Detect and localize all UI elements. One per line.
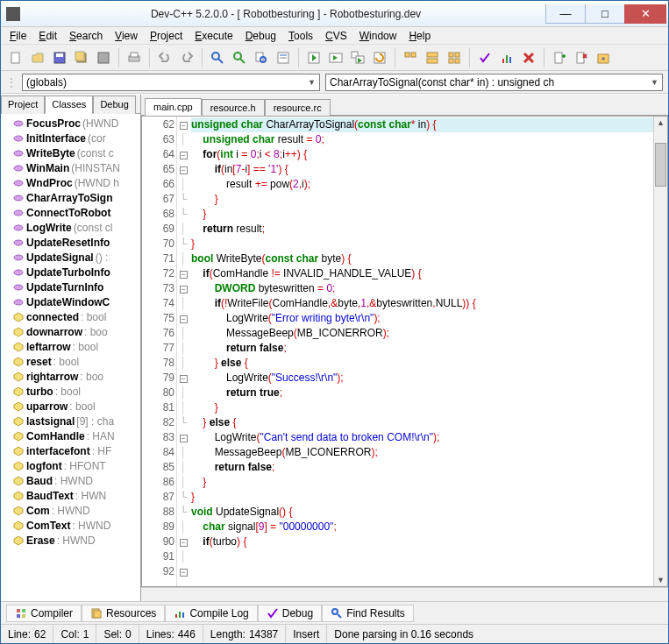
new-icon[interactable] <box>6 48 25 67</box>
menu-debug[interactable]: Debug <box>240 28 281 44</box>
doc-tab-resource-rc[interactable]: resource.rc <box>265 99 331 116</box>
menu-window[interactable]: Window <box>354 28 402 44</box>
left-tab-classes[interactable]: Classes <box>45 96 93 114</box>
fold-toggle-icon[interactable]: − <box>180 122 188 130</box>
class-item[interactable]: lastsignal [9] : cha <box>1 414 140 428</box>
combo-grip-icon[interactable]: ⋮ <box>6 76 17 88</box>
fold-toggle-icon[interactable]: − <box>180 569 188 577</box>
class-item[interactable]: BaudText : HWN <box>1 488 140 503</box>
fold-gutter[interactable]: −│−−│└└│└│−−│−│││−││└−│││└└│−│− <box>177 117 189 586</box>
class-item[interactable]: CharArrayToSign <box>1 190 140 205</box>
menu-help[interactable]: Help <box>403 28 436 44</box>
class-item[interactable]: reset : bool <box>1 354 140 369</box>
compile-run-icon[interactable] <box>348 48 367 67</box>
close-button[interactable]: ✕ <box>624 4 666 24</box>
class-item[interactable]: ComHandle : HAN <box>1 428 140 443</box>
class-item[interactable]: interfacefont : HF <box>1 443 140 458</box>
save-icon[interactable] <box>50 48 69 67</box>
class-item[interactable]: Erase : HWND <box>1 533 140 548</box>
fold-toggle-icon[interactable]: − <box>180 435 188 442</box>
menu-tools[interactable]: Tools <box>283 28 318 44</box>
bottom-tab-compile-log[interactable]: Compile Log <box>165 605 257 622</box>
scroll-thumb[interactable] <box>655 143 666 187</box>
class-item[interactable]: ConnectToRobot <box>1 205 140 220</box>
add-file-icon[interactable] <box>550 48 569 67</box>
editor-vscroll[interactable]: ▲ ▼ <box>653 117 667 586</box>
editor-hscroll[interactable] <box>141 587 668 601</box>
class-item[interactable]: turbo : bool <box>1 384 140 399</box>
left-tab-debug[interactable]: Debug <box>93 96 135 114</box>
bottom-tab-compiler[interactable]: Compiler <box>6 605 82 622</box>
class-item[interactable]: UpdateWindowC <box>1 294 140 309</box>
class-item[interactable]: UpdateTurnInfo <box>1 280 140 294</box>
undo-icon[interactable] <box>155 48 174 67</box>
fold-toggle-icon[interactable]: − <box>180 152 188 159</box>
code-editor[interactable]: 6263646566676869707172737475767778798081… <box>141 116 668 587</box>
scroll-up-icon[interactable]: ▲ <box>657 118 665 127</box>
check-icon[interactable] <box>475 48 495 67</box>
class-item[interactable]: InitInterface (cor <box>1 131 140 145</box>
scroll-down-icon[interactable]: ▼ <box>657 576 665 584</box>
run-icon[interactable] <box>326 48 345 67</box>
replace-icon[interactable] <box>230 48 249 67</box>
class-item[interactable]: WndProc (HWND h <box>1 175 140 190</box>
project-options-icon[interactable] <box>594 48 613 67</box>
class-item[interactable]: UpdateTurboInfo <box>1 265 140 280</box>
bottom-tab-resources[interactable]: Resources <box>82 605 165 622</box>
tile-horiz-icon[interactable] <box>401 48 420 67</box>
menu-file[interactable]: File <box>4 28 32 44</box>
fold-toggle-icon[interactable]: − <box>180 539 188 547</box>
class-item[interactable]: rightarrow : boo <box>1 369 140 384</box>
fold-toggle-icon[interactable]: − <box>180 375 188 383</box>
class-item[interactable]: WriteByte (const c <box>1 145 140 160</box>
code-area[interactable]: unsigned char CharArrayToSignal(const ch… <box>189 117 653 586</box>
compile-icon[interactable] <box>304 48 324 67</box>
save-all-icon[interactable] <box>72 48 91 67</box>
class-item[interactable]: WinMain (HINSTAN <box>1 160 140 175</box>
menu-search[interactable]: Search <box>64 28 108 44</box>
class-item[interactable]: leftarrow : bool <box>1 339 140 354</box>
class-item[interactable]: Com : HWND <box>1 503 140 518</box>
left-tab-project[interactable]: Project <box>1 96 45 114</box>
menu-execute[interactable]: Execute <box>189 28 238 44</box>
tree-hscroll[interactable] <box>1 587 140 601</box>
class-item[interactable]: connected : bool <box>1 309 140 324</box>
class-item[interactable]: FocusProc (HWND <box>1 116 140 131</box>
delete-icon[interactable] <box>519 48 538 67</box>
goto-line-icon[interactable] <box>274 48 293 67</box>
menu-cvs[interactable]: CVS <box>320 28 352 44</box>
class-item[interactable]: logfont : HFONT <box>1 458 140 473</box>
class-item[interactable]: downarrow : boo <box>1 324 140 339</box>
redo-icon[interactable] <box>177 48 196 67</box>
class-item[interactable]: LogWrite (const cl <box>1 220 140 235</box>
fold-toggle-icon[interactable]: − <box>180 271 188 279</box>
scope-combo[interactable]: (globals)▼ <box>22 74 320 91</box>
bottom-tab-debug[interactable]: Debug <box>258 605 322 622</box>
class-item[interactable]: uparrow : bool <box>1 399 140 414</box>
class-item[interactable]: Baud : HWND <box>1 473 140 488</box>
class-tree[interactable]: FocusProc (HWND InitInterface (corWriteB… <box>1 114 140 587</box>
find-icon[interactable] <box>208 48 227 67</box>
doc-tab-main-cpp[interactable]: main.cpp <box>145 98 202 116</box>
class-item[interactable]: UpdateResetInfo <box>1 235 140 250</box>
cascade-icon[interactable] <box>445 48 464 67</box>
menu-edit[interactable]: Edit <box>33 28 62 44</box>
class-item[interactable]: UpdateSignal () : <box>1 250 140 265</box>
fold-toggle-icon[interactable]: − <box>180 166 188 174</box>
class-item[interactable]: ComText : HWND <box>1 518 140 533</box>
open-icon[interactable] <box>28 48 47 67</box>
fold-toggle-icon[interactable]: − <box>180 315 188 323</box>
tile-vert-icon[interactable] <box>423 48 442 67</box>
minimize-button[interactable]: — <box>545 4 586 24</box>
menu-view[interactable]: View <box>110 28 143 44</box>
doc-tab-resource-h[interactable]: resource.h <box>202 99 265 116</box>
save-as-icon[interactable] <box>94 48 113 67</box>
find-in-files-icon[interactable] <box>252 48 271 67</box>
rebuild-icon[interactable] <box>370 48 389 67</box>
print-icon[interactable] <box>125 48 144 67</box>
fold-toggle-icon[interactable]: − <box>180 286 188 294</box>
function-combo[interactable]: CharArrayToSignal(const char* in) : unsi… <box>325 74 663 91</box>
profile-icon[interactable] <box>497 48 516 67</box>
remove-file-icon[interactable] <box>572 48 591 67</box>
maximize-button[interactable]: □ <box>585 4 625 24</box>
